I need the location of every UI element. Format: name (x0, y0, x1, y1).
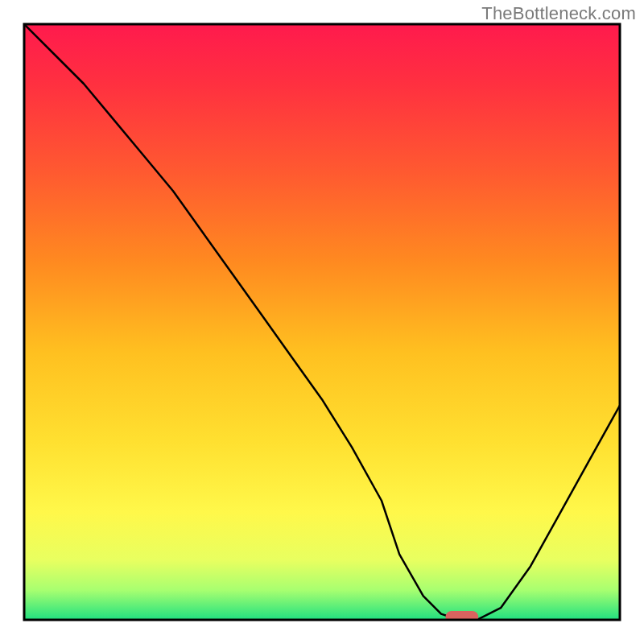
chart-container: TheBottleneck.com (0, 0, 644, 644)
plot-area (24, 24, 620, 623)
watermark-text: TheBottleneck.com (481, 3, 636, 24)
bottleneck-chart (0, 0, 644, 644)
gradient-background (24, 24, 620, 620)
